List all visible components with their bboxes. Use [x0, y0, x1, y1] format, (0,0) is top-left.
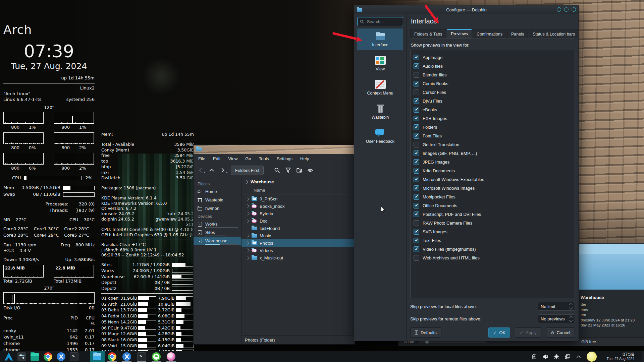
preview-type-row[interactable]: Audio files — [414, 62, 572, 70]
preview-type-row[interactable]: Text Files — [414, 236, 572, 245]
checkbox[interactable] — [414, 116, 419, 121]
maximize-button[interactable] — [564, 7, 569, 12]
search-input[interactable] — [366, 19, 394, 24]
file-row[interactable]: lost+found — [241, 225, 355, 232]
expander-icon[interactable] — [246, 256, 249, 259]
checkbox[interactable] — [414, 159, 419, 165]
launcher-icon[interactable] — [70, 352, 78, 361]
task-button[interactable] — [105, 351, 119, 362]
preview-icon[interactable] — [307, 167, 313, 173]
launcher-icon[interactable] — [4, 352, 13, 361]
places-item[interactable]: Wastebin — [194, 196, 241, 204]
sidebar-item-interface[interactable]: Interface — [357, 28, 403, 50]
filter-icon[interactable] — [285, 167, 291, 173]
tab[interactable]: Folders & Tabs — [410, 29, 446, 39]
preview-type-row[interactable]: Gettext Translation — [414, 140, 572, 149]
menu-item[interactable]: View — [228, 156, 237, 161]
digital-clock[interactable]: 07:39 Tue, 27 Aug 2024 — [606, 352, 634, 361]
checkbox[interactable] — [414, 142, 419, 147]
file-row[interactable]: x_Music-out — [241, 254, 355, 261]
weather-widget-icon[interactable] — [587, 352, 597, 362]
skip-local-spinbox[interactable]: No limit — [538, 302, 575, 311]
sidebar-item-user-feedback[interactable]: User Feedback — [357, 125, 403, 147]
preview-type-row[interactable]: Office Documents — [414, 201, 572, 210]
preview-type-row[interactable]: Video Files (ffmpegthumbs) — [414, 245, 572, 253]
preview-type-row[interactable]: Font Files — [414, 131, 572, 140]
volume-icon[interactable] — [542, 354, 548, 360]
preview-type-row[interactable]: Mobipocket Files — [414, 192, 572, 201]
preview-type-row[interactable]: eBooks — [414, 105, 572, 114]
checkbox[interactable] — [414, 124, 419, 130]
preview-type-row[interactable]: Microsoft Windows Images — [414, 184, 572, 192]
file-row[interactable]: Books_inbox — [241, 202, 355, 210]
expander-icon[interactable] — [246, 241, 249, 245]
preview-type-row[interactable]: Krita Documents — [414, 166, 572, 175]
cancel-button[interactable]: ⊘Cancel — [546, 327, 575, 338]
launcher-icon[interactable] — [57, 352, 65, 361]
task-button[interactable] — [164, 351, 178, 362]
defaults-button[interactable]: Defaults — [410, 327, 441, 338]
expander-icon[interactable] — [246, 204, 249, 208]
clipboard-icon[interactable] — [531, 354, 537, 360]
preview-type-row[interactable]: Cursor Files — [414, 88, 572, 97]
zoom-slider[interactable] — [419, 342, 486, 343]
checkbox[interactable] — [414, 107, 419, 113]
checkbox[interactable] — [414, 238, 419, 243]
forward-icon[interactable] — [220, 167, 226, 173]
task-button[interactable] — [90, 351, 105, 362]
launcher-icon[interactable] — [17, 352, 26, 361]
checkbox[interactable] — [414, 63, 419, 69]
checkbox[interactable] — [414, 212, 419, 217]
close-button[interactable] — [572, 7, 576, 12]
task-button[interactable] — [149, 351, 164, 362]
preview-type-row[interactable]: PostScript, PDF and DVI Files — [414, 210, 572, 219]
preview-type-row[interactable]: EXR Images — [414, 114, 572, 123]
file-row[interactable]: Doc — [241, 217, 355, 225]
preview-type-row[interactable]: Microsoft Windows Executables — [414, 175, 572, 184]
preview-type-row[interactable]: RAW Photo Camera Files — [414, 219, 572, 227]
checkbox[interactable] — [414, 185, 419, 191]
caret-up-icon[interactable] — [576, 354, 582, 360]
checkbox[interactable] — [414, 55, 419, 60]
sidebar-item-view[interactable]: View — [357, 53, 403, 74]
file-row[interactable]: Music — [241, 232, 355, 239]
checkbox[interactable] — [414, 98, 419, 104]
expander-icon[interactable] — [246, 219, 249, 223]
new-folder-icon[interactable] — [296, 167, 302, 173]
search-icon[interactable] — [274, 167, 280, 173]
launcher-icon[interactable] — [44, 352, 52, 361]
menu-item[interactable]: Help — [300, 156, 309, 161]
checkbox[interactable] — [414, 229, 419, 235]
brightness-icon[interactable] — [553, 354, 559, 360]
checkbox[interactable] — [414, 133, 419, 139]
places-item[interactable]: hwmon — [194, 204, 241, 213]
preview-type-row[interactable]: Folders — [414, 123, 572, 131]
checkbox[interactable] — [414, 81, 419, 86]
tab[interactable]: Panels — [507, 29, 528, 39]
expander-icon[interactable] — [246, 212, 249, 215]
preview-type-row[interactable]: AppImage — [414, 53, 572, 62]
checkbox[interactable] — [414, 255, 419, 261]
file-row[interactable]: Videos — [241, 247, 355, 254]
up-icon[interactable] — [209, 167, 215, 173]
menu-item[interactable]: Go — [245, 156, 251, 161]
tab[interactable]: Confirmations — [473, 29, 506, 39]
checkbox[interactable] — [414, 220, 419, 226]
file-row[interactable]: Byteria — [241, 210, 355, 217]
back-icon[interactable] — [198, 167, 204, 173]
device-item[interactable]: Works — [194, 220, 241, 228]
expander-icon[interactable] — [246, 197, 249, 200]
checkbox[interactable] — [414, 150, 419, 156]
sort-order-button[interactable]: Folders First — [231, 166, 264, 175]
tab[interactable]: Previews — [447, 29, 472, 39]
preview-type-row[interactable]: Images (GIF, PNG, BMP, ...) — [414, 149, 572, 158]
preview-type-row[interactable]: DjVu Files — [414, 97, 572, 105]
checkbox[interactable] — [414, 168, 419, 174]
preview-type-row[interactable]: Comic Books — [414, 79, 572, 88]
settings-search-field[interactable] — [357, 17, 403, 26]
checkbox[interactable] — [414, 194, 419, 200]
expander-icon[interactable] — [246, 234, 249, 237]
task-button[interactable] — [119, 351, 134, 362]
sidebar-item-context-menu[interactable]: Context Menu — [357, 77, 403, 99]
breadcrumb[interactable]: Warehouse — [241, 177, 355, 186]
